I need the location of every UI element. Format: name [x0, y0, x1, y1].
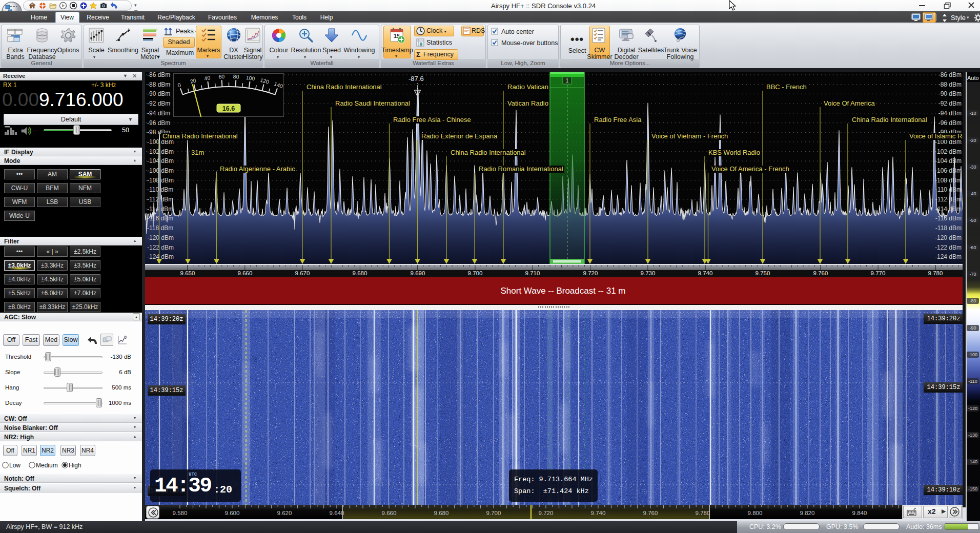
svg-text:40: 40 — [204, 74, 211, 81]
svg-text:80: 80 — [233, 73, 239, 80]
svg-text:20: 20 — [190, 77, 197, 85]
svg-text:140: 140 — [273, 80, 284, 89]
svg-text:120: 120 — [259, 77, 270, 85]
svg-text:1: 1 — [566, 78, 569, 84]
svg-text:-87.6: -87.6 — [409, 75, 424, 83]
svg-text:60: 60 — [218, 73, 224, 80]
svg-text:16.6: 16.6 — [222, 105, 235, 112]
svg-text:0: 0 — [177, 81, 182, 88]
svg-text:100: 100 — [246, 74, 255, 81]
